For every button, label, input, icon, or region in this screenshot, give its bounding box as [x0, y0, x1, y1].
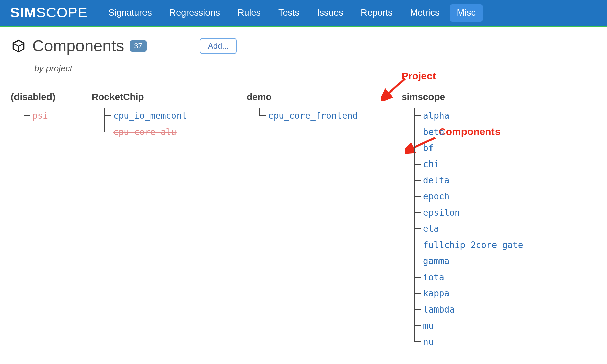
project-header: simscope [402, 92, 543, 102]
nav-item-misc[interactable]: Misc [450, 4, 483, 22]
component-row: eta [411, 221, 543, 237]
component-link[interactable]: nu [423, 337, 434, 347]
add-button[interactable]: Add... [200, 38, 237, 54]
column-divider [402, 87, 543, 87]
component-row: alpha [411, 108, 543, 124]
nav-item-issues[interactable]: Issues [310, 4, 351, 22]
nav-item-rules[interactable]: Rules [230, 4, 268, 22]
component-link[interactable]: eta [423, 224, 439, 234]
component-row: cpu_core_alu [101, 124, 233, 140]
project-column: (disabled)psi [11, 87, 78, 350]
component-tree: cpu_core_frontend [256, 108, 388, 124]
project-column: RocketChipcpu_io_memcontcpu_core_alu [92, 87, 233, 350]
component-row: chi [411, 156, 543, 172]
component-row: gamma [411, 253, 543, 269]
component-link[interactable]: epoch [423, 191, 449, 202]
tree-connector-icon [411, 318, 423, 334]
tree-connector-icon [411, 188, 423, 205]
tree-connector-icon [411, 301, 423, 318]
component-row: beta [411, 124, 543, 140]
nav-item-metrics[interactable]: Metrics [403, 4, 447, 22]
component-link[interactable]: psi [32, 111, 48, 121]
brand-logo[interactable]: SIMSCOPE [10, 5, 88, 21]
component-link[interactable]: lambda [423, 304, 455, 315]
tree-connector-icon [411, 253, 423, 269]
column-divider [11, 87, 78, 87]
nav-item-regressions[interactable]: Regressions [162, 4, 227, 22]
column-divider [247, 87, 388, 87]
tree-connector-icon [411, 285, 423, 301]
component-row: kappa [411, 285, 543, 301]
component-link[interactable]: cpu_core_frontend [268, 111, 358, 121]
component-tree: cpu_io_memcontcpu_core_alu [101, 108, 233, 140]
component-row: epoch [411, 188, 543, 205]
project-header: (disabled) [11, 92, 78, 102]
cube-icon [11, 38, 26, 54]
component-link[interactable]: alpha [423, 111, 449, 121]
tree-connector-icon [101, 124, 113, 140]
component-row: lambda [411, 301, 543, 318]
project-column: democpu_core_frontend [247, 87, 388, 350]
tree-connector-icon [411, 221, 423, 237]
tree-connector-icon [411, 172, 423, 188]
tree-connector-icon [20, 108, 32, 124]
nav-item-reports[interactable]: Reports [353, 4, 400, 22]
component-row: psi [20, 108, 78, 124]
component-tree: alphabetabfchideltaepochepsilonetafullch… [411, 108, 543, 350]
nav-items: SignaturesRegressionsRulesTestsIssuesRep… [101, 4, 483, 22]
component-link[interactable]: mu [423, 321, 434, 331]
tree-connector-icon [411, 334, 423, 350]
columns-container: Project Components (disabled)psiRocketCh… [11, 87, 596, 350]
component-row: iota [411, 269, 543, 285]
component-link[interactable]: chi [423, 159, 439, 169]
tree-connector-icon [411, 205, 423, 221]
tree-connector-icon [411, 124, 423, 140]
component-row: cpu_core_frontend [256, 108, 388, 124]
top-navbar: SIMSCOPE SignaturesRegressionsRulesTests… [0, 0, 607, 26]
component-link[interactable]: iota [423, 272, 444, 282]
component-link[interactable]: bf [423, 143, 434, 153]
component-row: delta [411, 172, 543, 188]
tree-connector-icon [411, 156, 423, 172]
component-link[interactable]: kappa [423, 288, 449, 298]
project-column: simscopealphabetabfchideltaepochepsilone… [402, 87, 543, 350]
count-badge: 37 [130, 40, 146, 52]
page-subtitle: by project [34, 63, 596, 74]
title-row: Components 37 Add... [11, 37, 596, 55]
tree-connector-icon [101, 108, 113, 124]
component-link[interactable]: gamma [423, 256, 449, 266]
component-link[interactable]: fullchip_2core_gate [423, 240, 523, 250]
nav-item-signatures[interactable]: Signatures [101, 4, 159, 22]
component-row: epsilon [411, 205, 543, 221]
column-divider [92, 87, 233, 87]
tree-connector-icon [256, 108, 268, 124]
brand-part1: SIM [10, 5, 36, 21]
tree-connector-icon [411, 237, 423, 253]
component-link[interactable]: delta [423, 175, 449, 185]
component-row: bf [411, 140, 543, 156]
page-title: Components [32, 37, 124, 55]
component-row: mu [411, 318, 543, 334]
component-link[interactable]: cpu_core_alu [113, 127, 177, 137]
component-row: nu [411, 334, 543, 350]
page-body: Components 37 Add... by project Project … [0, 27, 607, 359]
tree-connector-icon [411, 269, 423, 285]
nav-item-tests[interactable]: Tests [271, 4, 307, 22]
component-row: fullchip_2core_gate [411, 237, 543, 253]
project-header: demo [247, 92, 388, 102]
component-link[interactable]: beta [423, 127, 444, 137]
component-link[interactable]: epsilon [423, 208, 460, 218]
component-row: cpu_io_memcont [101, 108, 233, 124]
tree-connector-icon [411, 140, 423, 156]
component-link[interactable]: cpu_io_memcont [113, 111, 187, 121]
brand-part2: SCOPE [36, 5, 88, 21]
project-header: RocketChip [92, 92, 233, 102]
tree-connector-icon [411, 108, 423, 124]
component-tree: psi [20, 108, 78, 124]
